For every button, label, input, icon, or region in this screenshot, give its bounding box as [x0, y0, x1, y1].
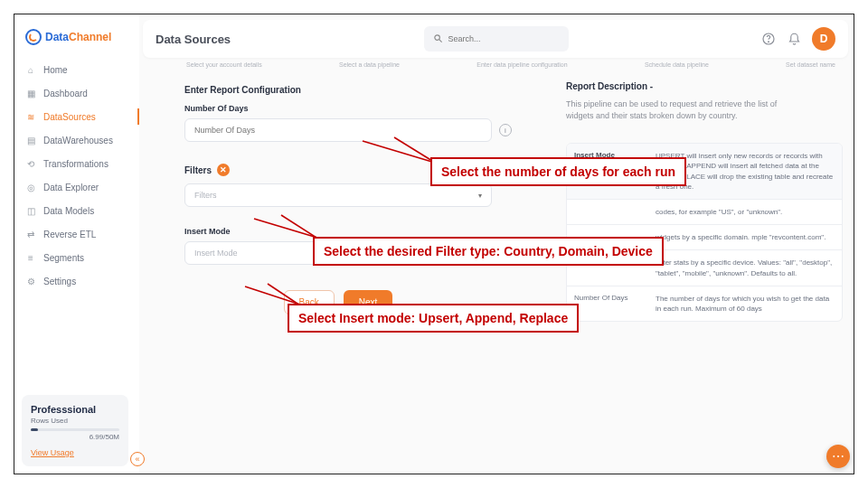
- sidebar-item-home[interactable]: ⌂Home: [14, 58, 139, 81]
- bell-icon[interactable]: [787, 32, 801, 46]
- page-title: Data Sources: [156, 33, 231, 46]
- sidebar-item-dashboard[interactable]: ▦Dashboard: [14, 81, 139, 105]
- sidebar-item-transformations[interactable]: ⟲Transformations: [14, 152, 139, 175]
- table-row: Number Of DaysThe number of days for whi…: [567, 286, 842, 321]
- usage-bar: [31, 428, 119, 431]
- plan-usage: 6.99/50M: [31, 433, 119, 441]
- filters-clear-icon[interactable]: ✕: [217, 164, 230, 176]
- svg-line-1: [439, 40, 441, 42]
- insert-placeholder: Insert Mode: [194, 249, 238, 258]
- search-box[interactable]: [424, 26, 569, 52]
- filters-label: Filters: [184, 165, 212, 175]
- segments-icon: ≡: [25, 252, 36, 263]
- days-input[interactable]: [184, 118, 492, 142]
- callout-days: Select the number of days for each run: [430, 157, 686, 186]
- view-usage-link[interactable]: View Usage: [31, 448, 119, 457]
- days-info-icon[interactable]: i: [499, 124, 512, 136]
- desc-text: This pipeline can be used to request and…: [566, 99, 792, 121]
- explorer-icon: ◎: [25, 182, 36, 192]
- step-5: Set dataset name: [786, 61, 835, 76]
- wizard-steps: Select your account details Select a dat…: [186, 61, 835, 76]
- logo-text: DataChannel: [45, 31, 111, 43]
- sidebar-item-datamodels[interactable]: ◫Data Models: [14, 199, 139, 222]
- sidebar-item-segments[interactable]: ≡Segments: [14, 246, 139, 269]
- chat-fab[interactable]: ⋯: [826, 445, 850, 468]
- svg-point-0: [434, 35, 439, 41]
- logo: DataChannel: [14, 23, 139, 58]
- step-3: Enter data pipeline configuration: [476, 61, 567, 76]
- help-icon[interactable]: [761, 32, 776, 46]
- plan-title: Professsional: [31, 404, 119, 415]
- plan-card: Professsional Rows Used 6.99/50M View Us…: [22, 395, 128, 466]
- callout-filters: Select the desired Filter type: Country,…: [313, 237, 664, 266]
- step-4: Schedule data pipeline: [645, 61, 709, 76]
- models-icon: ◫: [25, 205, 36, 216]
- warehouse-icon: ▤: [25, 135, 36, 145]
- sidebar: DataChannel ⌂Home ▦Dashboard ≋DataSource…: [14, 14, 139, 474]
- sidebar-item-datasources[interactable]: ≋DataSources: [14, 105, 139, 128]
- sidebar-collapse-button[interactable]: «: [130, 452, 145, 466]
- callout-insert: Select Insert mode: Upsert, Append, Repl…: [288, 304, 579, 333]
- logo-icon: [25, 29, 42, 45]
- svg-point-3: [769, 42, 769, 42]
- table-row: codes, for example "US", or "unknown".: [567, 199, 842, 224]
- gear-icon: ⚙: [25, 276, 36, 286]
- filters-select[interactable]: Filters ▾: [184, 183, 492, 207]
- dashboard-icon: ▦: [25, 88, 36, 99]
- step-2: Select a data pipeline: [339, 61, 400, 76]
- avatar[interactable]: D: [812, 27, 835, 51]
- topbar: Data Sources D: [143, 20, 848, 58]
- step-1: Select your account details: [186, 61, 262, 76]
- database-icon: ≋: [25, 111, 36, 122]
- filters-placeholder: Filters: [194, 191, 217, 200]
- plan-rows-label: Rows Used: [31, 417, 119, 425]
- description-panel: Report Description - This pipeline can b…: [566, 81, 843, 322]
- nav-list: ⌂Home ▦Dashboard ≋DataSources ▤DataWareh…: [14, 58, 139, 293]
- search-input[interactable]: [448, 34, 560, 43]
- desc-title: Report Description -: [566, 81, 843, 91]
- sidebar-item-datawarehouses[interactable]: ▤DataWarehouses: [14, 128, 139, 152]
- chevron-down-icon: ▾: [478, 192, 482, 200]
- search-icon: [433, 31, 443, 47]
- sidebar-item-reverseetl[interactable]: ⇄Reverse ETL: [14, 222, 139, 246]
- sidebar-item-dataexplorer[interactable]: ◎Data Explorer: [14, 175, 139, 199]
- content: Enter Report Configuration Number Of Day…: [177, 81, 843, 463]
- etl-icon: ⇄: [25, 229, 36, 239]
- transform-icon: ⟲: [25, 158, 36, 169]
- home-icon: ⌂: [25, 64, 36, 75]
- sidebar-item-settings[interactable]: ⚙Settings: [14, 269, 139, 293]
